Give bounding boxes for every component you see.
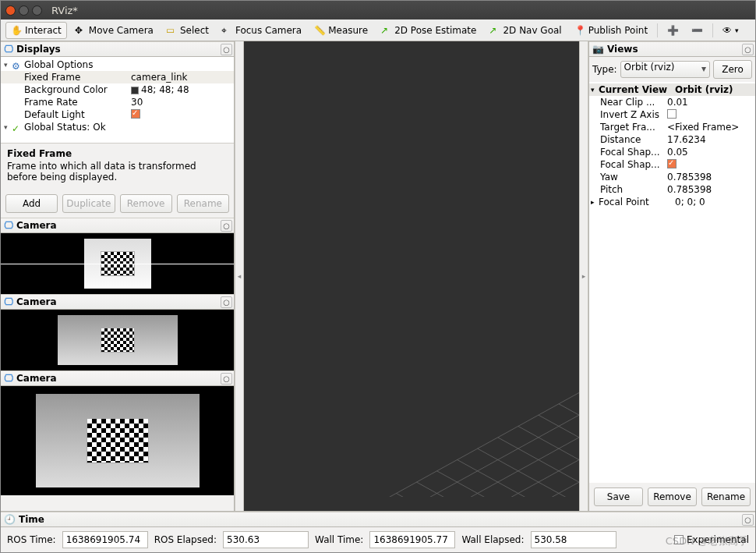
views-type-label: Type: xyxy=(592,64,617,75)
clock-icon: 🕘 xyxy=(4,514,16,525)
views-save-button[interactable]: Save xyxy=(594,487,643,506)
select-icon: ▭ xyxy=(166,25,177,36)
color-swatch xyxy=(131,87,139,94)
svg-line-19 xyxy=(396,493,579,496)
separator xyxy=(657,23,658,37)
checkbox-unchecked-icon xyxy=(674,535,684,544)
wall-time-label: Wall Time: xyxy=(315,534,363,545)
views-panel-header[interactable]: 📷 Views ○ xyxy=(589,41,755,57)
zero-button[interactable]: Zero xyxy=(713,60,752,79)
add-button[interactable]: Add xyxy=(5,194,58,213)
svg-line-10 xyxy=(478,448,579,496)
views-icon: 📷 xyxy=(592,44,604,55)
checkbox-unchecked-icon[interactable] xyxy=(667,109,677,119)
svg-line-7 xyxy=(518,426,579,496)
camera-panel-header-2[interactable]: 🖵 Camera ○ xyxy=(1,294,234,310)
separator xyxy=(712,23,713,37)
wall-elapsed-field[interactable] xyxy=(531,531,616,548)
focus-camera-icon: ⌖ xyxy=(221,25,232,36)
publish-point-button[interactable]: 📍 Publish Point xyxy=(570,23,652,38)
camera-close-button[interactable]: ○ xyxy=(221,373,232,385)
move-camera-button[interactable]: ✥ Move Camera xyxy=(70,23,158,38)
toolbar-view-menu[interactable]: 👁▾ xyxy=(718,23,744,38)
camera-icon: 🖵 xyxy=(4,220,13,231)
views-remove-button[interactable]: Remove xyxy=(648,487,697,506)
svg-line-9 xyxy=(498,438,579,497)
svg-line-16 xyxy=(539,482,579,496)
checkbox-checked-icon[interactable] xyxy=(667,159,677,168)
views-close-button[interactable]: ○ xyxy=(742,44,754,55)
svg-line-2 xyxy=(396,404,579,497)
status-ok-icon: ✓ xyxy=(12,123,23,131)
interact-icon: ✋ xyxy=(11,25,22,36)
displays-close-button[interactable]: ○ xyxy=(221,44,232,55)
time-close-button[interactable]: ○ xyxy=(742,514,754,526)
svg-line-14 xyxy=(518,471,579,497)
svg-line-17 xyxy=(416,482,578,496)
views-tree[interactable]: ▾ Current View Orbit (rviz) Near Clip ..… xyxy=(589,82,755,483)
svg-line-11 xyxy=(478,448,579,496)
camera-close-button[interactable]: ○ xyxy=(221,220,232,232)
minus-icon: ➖ xyxy=(691,25,703,36)
pose-estimate-icon: ↗ xyxy=(380,25,391,36)
camera-view-3[interactable] xyxy=(1,386,234,495)
nav-goal-icon: ↗ xyxy=(489,25,500,36)
window-close-button[interactable] xyxy=(5,5,16,16)
ros-time-field[interactable] xyxy=(62,531,148,548)
svg-line-5 xyxy=(539,415,579,496)
checkbox-checked-icon[interactable] xyxy=(131,109,140,119)
move-camera-icon: ✥ xyxy=(75,25,86,36)
select-button[interactable]: ▭ Select xyxy=(161,23,214,38)
left-collapse-handle[interactable]: ◂ xyxy=(235,41,244,511)
duplicate-button[interactable]: Duplicate xyxy=(62,194,115,213)
window-maximize-button[interactable] xyxy=(32,5,42,16)
main-toolbar: ✋ Interact ✥ Move Camera ▭ Select ⌖ Focu… xyxy=(1,19,755,41)
camera-icon: 🖵 xyxy=(4,296,13,307)
svg-line-12 xyxy=(498,459,579,496)
pose-estimate-button[interactable]: ↗ 2D Pose Estimate xyxy=(376,23,481,38)
ros-elapsed-label: ROS Elapsed: xyxy=(154,534,217,545)
camera-close-button[interactable]: ○ xyxy=(221,296,232,308)
globe-icon: ⚙ xyxy=(12,61,23,69)
tree-fixed-frame[interactable]: Fixed Frame xyxy=(23,72,128,83)
svg-line-6 xyxy=(437,426,579,496)
svg-line-8 xyxy=(457,438,579,497)
displays-panel-header[interactable]: 🖵 Displays ○ xyxy=(1,41,234,57)
right-collapse-handle[interactable]: ▸ xyxy=(579,41,588,511)
svg-line-13 xyxy=(457,459,579,496)
camera-view-2[interactable] xyxy=(1,310,234,370)
measure-button[interactable]: 📏 Measure xyxy=(309,23,373,38)
rename-button[interactable]: Rename xyxy=(177,194,229,213)
window-title: RViz* xyxy=(47,5,78,16)
tree-frame-rate[interactable]: Frame Rate xyxy=(23,97,128,108)
experimental-checkbox[interactable]: Experimental xyxy=(674,534,749,545)
time-panel-header[interactable]: 🕘 Time ○ xyxy=(1,512,755,527)
svg-line-0 xyxy=(376,392,579,496)
nav-goal-button[interactable]: ↗ 2D Nav Goal xyxy=(484,23,566,38)
camera-panel-header-3[interactable]: 🖵 Camera ○ xyxy=(1,370,234,386)
plus-icon: ➕ xyxy=(667,25,679,36)
svg-line-4 xyxy=(416,415,578,496)
remove-button[interactable]: Remove xyxy=(120,194,172,213)
camera-panel-header-1[interactable]: 🖵 Camera ○ xyxy=(1,218,234,233)
publish-point-icon: 📍 xyxy=(574,25,585,36)
views-rename-button[interactable]: Rename xyxy=(701,487,751,506)
camera-icon: 🖵 xyxy=(4,373,13,384)
toolbar-remove-button[interactable]: ➖ xyxy=(687,23,708,38)
tree-background-color[interactable]: Background Color xyxy=(23,84,128,95)
window-minimize-button[interactable] xyxy=(19,5,29,16)
ros-elapsed-field[interactable] xyxy=(223,531,309,548)
toolbar-add-button[interactable]: ➕ xyxy=(662,23,684,38)
displays-icon: 🖵 xyxy=(4,44,13,55)
wall-time-field[interactable] xyxy=(369,531,455,548)
window-titlebar: RViz* xyxy=(1,1,755,19)
views-type-select[interactable]: Orbit (rviz) xyxy=(620,61,710,78)
displays-tree[interactable]: ▾⚙ Global Options Fixed Frame camera_lin… xyxy=(1,57,234,143)
interact-button[interactable]: ✋ Interact xyxy=(5,22,67,39)
wall-elapsed-label: Wall Elapsed: xyxy=(461,534,524,545)
focus-camera-button[interactable]: ⌖ Focus Camera xyxy=(217,23,306,38)
measure-icon: 📏 xyxy=(314,25,325,36)
camera-view-1[interactable] xyxy=(1,233,234,294)
main-3d-viewport[interactable] xyxy=(244,41,579,511)
tree-default-light[interactable]: Default Light xyxy=(23,109,128,120)
